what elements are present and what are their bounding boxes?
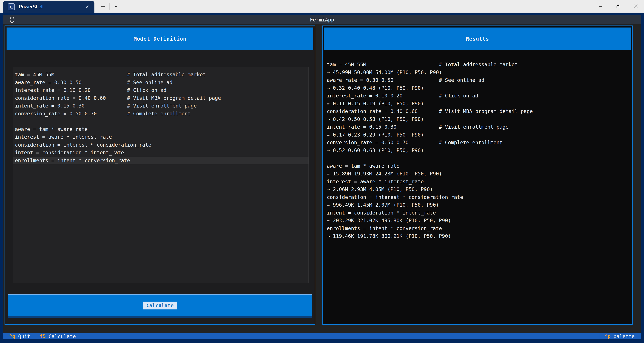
binding-key: ^q: [9, 334, 15, 339]
powershell-glyph: >_: [10, 5, 13, 9]
results-line: conversion_rate = 0.50 0.70 # Complete e…: [327, 139, 631, 146]
model-editor[interactable]: tam = 45M 55M # Total addressable market…: [12, 67, 309, 283]
results-line: aware_rate = 0.30 0.50 # See online ad: [327, 76, 631, 84]
editor-line[interactable]: interest = aware * interest_rate: [13, 133, 308, 141]
restore-icon: [616, 4, 621, 9]
calculate-button-label: Calculate: [143, 302, 177, 310]
results-line: ⇒ 0.52 0.60 0.68 (P10, P50, P90): [327, 146, 631, 154]
editor-line[interactable]: [13, 118, 308, 126]
minimize-button[interactable]: [594, 0, 607, 12]
model-definition-panel: Model Definition tam = 45M 55M # Total a…: [4, 26, 315, 325]
editor-line[interactable]: intent_rate = 0.15 0.30 # Visit enrollme…: [13, 102, 308, 110]
tab-title: PowerShell: [19, 4, 44, 10]
chevron-down-icon: [114, 4, 118, 9]
results-line: ⇒ 0.42 0.50 0.58 (P10, P50, P90): [327, 116, 631, 123]
editor-line[interactable]: aware = tam * aware_rate: [13, 126, 308, 133]
close-button[interactable]: [630, 0, 642, 12]
footer-divider: [600, 333, 600, 339]
fermiapp: FermiApp Model Definition tam = 45M 55M …: [3, 15, 641, 339]
results-line: consideration_rate = 0.40 0.60 # Visit M…: [327, 108, 631, 116]
results-line: ⇒ 45.99M 50.00M 54.00M (P10, P50, P90): [327, 68, 631, 76]
tab-close-icon[interactable]: [84, 4, 90, 10]
results-line: ⇒ 203.29K 321.02K 495.80K (P10, P50, P90…: [327, 217, 631, 224]
results-line: ⇒ 119.46K 191.78K 300.91K (P10, P50, P90…: [327, 232, 631, 240]
palette-binding[interactable]: ^p palette: [600, 333, 641, 339]
binding-label: Calculate: [49, 334, 76, 339]
binding-label: Quit: [18, 334, 30, 339]
results-line: consideration = interest * consideration…: [327, 194, 631, 201]
footer-binding[interactable]: ^q Quit: [9, 333, 30, 339]
results-panel: Results tam = 45M 55M # Total addressabl…: [322, 26, 633, 325]
results-line: ⇒ 0.11 0.15 0.19 (P10, P50, P90): [327, 100, 631, 108]
results-line: intent_rate = 0.15 0.30 # Visit enrollme…: [327, 123, 631, 131]
minimize-icon: [598, 4, 604, 9]
editor-line[interactable]: tam = 45M 55M # Total addressable market: [13, 71, 308, 79]
results-line: interest = aware * interest_rate: [327, 178, 631, 186]
tab-dropdown-button[interactable]: [111, 0, 121, 12]
results-line: ⇒ 996.49K 1.45M 2.07M (P10, P50, P90): [327, 201, 631, 209]
terminal-window: >_ PowerShell FermiApp: [0, 0, 644, 343]
tab-bar-divider: [109, 3, 110, 10]
window-frame: FermiApp Model Definition tam = 45M 55M …: [0, 12, 644, 343]
plus-icon: [100, 4, 106, 9]
editor-line[interactable]: interest_rate = 0.10 0.20 # Click on ad: [13, 86, 308, 94]
titlebar: >_ PowerShell: [0, 0, 644, 12]
results-line: [327, 154, 631, 162]
results-line: ⇒ 0.17 0.23 0.29 (P10, P50, P90): [327, 131, 631, 139]
tab-powershell[interactable]: >_ PowerShell: [3, 1, 94, 12]
binding-key: ^p: [604, 334, 610, 339]
results-line: ⇒ 15.89M 19.93M 24.23M (P10, P50, P90): [327, 170, 631, 178]
new-tab-button[interactable]: [98, 0, 108, 12]
results-line: ⇒ 2.06M 2.93M 4.05M (P10, P50, P90): [327, 186, 631, 194]
editor-line[interactable]: consideration = interest * consideration…: [13, 141, 308, 149]
results-line: enrollments = intent * conversion_rate: [327, 224, 631, 232]
editor-line[interactable]: aware_rate = 0.30 0.50 # See online ad: [13, 79, 308, 86]
editor-line[interactable]: intent = consideration * intent_rate: [13, 149, 308, 157]
app-title: FermiApp: [3, 15, 641, 24]
results-line: ⇒ 0.32 0.40 0.48 (P10, P50, P90): [327, 84, 631, 92]
footer: ^q Quit f5 Calculate ^p palette: [3, 333, 641, 339]
footer-binding[interactable]: f5 Calculate: [40, 333, 76, 339]
app-header: FermiApp: [3, 15, 641, 24]
footer-bindings: ^q Quit f5 Calculate: [3, 333, 76, 339]
results-line: interest_rate = 0.10 0.20 # Click on ad: [327, 92, 631, 100]
model-definition-title: Model Definition: [6, 28, 313, 50]
editor-line[interactable]: enrollments = intent * conversion_rate: [13, 157, 308, 164]
results-line: aware = tam * aware_rate: [327, 162, 631, 170]
restore-button[interactable]: [612, 0, 624, 12]
calculate-button[interactable]: Calculate: [8, 294, 312, 318]
editor-line[interactable]: consideration_rate = 0.40 0.60 # Visit M…: [13, 94, 308, 102]
editor-line[interactable]: conversion_rate = 0.50 0.70 # Complete e…: [13, 110, 308, 118]
results-title: Results: [324, 28, 631, 50]
binding-key: f5: [40, 334, 46, 339]
results-line: tam = 45M 55M # Total addressable market: [327, 61, 631, 68]
close-icon: [633, 4, 639, 9]
powershell-icon: >_: [8, 3, 15, 10]
binding-label: palette: [614, 334, 634, 339]
results-line: intent = consideration * intent_rate: [327, 209, 631, 217]
results-output: tam = 45M 55M # Total addressable market…: [327, 61, 631, 240]
